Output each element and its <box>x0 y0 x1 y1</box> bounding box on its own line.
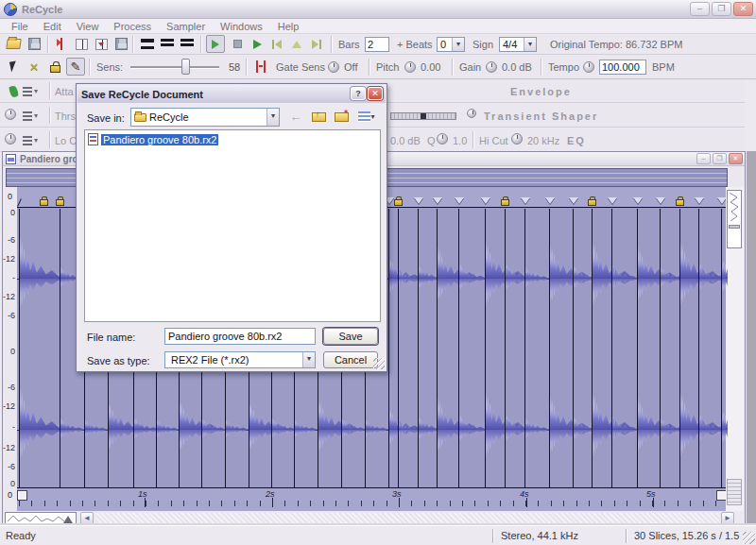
save-in-combo[interactable]: ReCycle ▾ <box>130 108 280 127</box>
tri-marker[interactable] <box>414 197 423 204</box>
slice-left-button[interactable] <box>72 35 91 53</box>
gate-button[interactable] <box>251 58 270 76</box>
pitch-knob[interactable] <box>404 61 416 73</box>
file-list-item[interactable]: Pandiero groove 80b.rx2 <box>88 133 218 145</box>
slice-line[interactable] <box>698 209 699 487</box>
sens-slider-track[interactable] <box>130 66 219 68</box>
doc-restore-icon[interactable]: ❐ <box>713 153 727 164</box>
slice-line[interactable] <box>637 209 638 487</box>
q-knob[interactable] <box>437 133 448 145</box>
doc-minimize-icon[interactable]: – <box>696 153 711 164</box>
slice-line[interactable] <box>573 209 574 487</box>
slice-line[interactable] <box>388 209 389 487</box>
lock-marker[interactable] <box>501 199 509 206</box>
envelope-preset-button[interactable]: ▾ <box>23 84 45 98</box>
gate-sens-knob[interactable] <box>328 61 339 73</box>
menu-process[interactable]: Process <box>106 21 159 32</box>
slice-line[interactable] <box>660 209 661 487</box>
stop-button[interactable] <box>228 35 247 53</box>
slice-line[interactable] <box>60 209 60 487</box>
restore-icon[interactable]: ❐ <box>712 2 731 16</box>
horizontal-zoom-widget[interactable] <box>5 512 77 525</box>
open-button[interactable] <box>4 35 23 53</box>
arrow-tool-button[interactable] <box>4 58 23 76</box>
eq-enable-knob[interactable] <box>5 133 16 145</box>
cancel-button[interactable]: Cancel <box>323 351 378 368</box>
envelope-enable-button[interactable] <box>4 82 23 100</box>
dialog-title-bar[interactable]: Save ReCycle Document ? ✕ <box>77 85 386 103</box>
play-button[interactable] <box>248 35 266 53</box>
vertical-zoom-handle[interactable] <box>729 225 740 229</box>
up-one-level-button[interactable] <box>309 108 328 126</box>
slice-line[interactable] <box>592 209 593 487</box>
slice-line[interactable] <box>721 209 722 487</box>
help-icon[interactable]: ? <box>351 87 366 100</box>
go-end-button[interactable] <box>307 35 326 53</box>
slice-line[interactable] <box>398 209 399 487</box>
new-folder-button[interactable] <box>332 108 351 126</box>
gain-knob[interactable] <box>486 61 497 73</box>
lock-marker[interactable] <box>394 199 403 206</box>
scroll-left-button[interactable]: ◄ <box>80 512 94 525</box>
save-button-toolbar[interactable] <box>25 35 43 53</box>
tri-marker[interactable] <box>545 197 555 204</box>
slice-line[interactable] <box>458 209 459 487</box>
slice-right-button[interactable] <box>92 35 111 53</box>
bars-input[interactable] <box>365 37 389 52</box>
menu-windows[interactable]: Windows <box>213 21 270 32</box>
mute-tool-button[interactable]: ✕ <box>25 58 43 76</box>
doc-close-icon[interactable]: ✕ <box>729 153 743 164</box>
lock-marker[interactable] <box>56 199 64 206</box>
loop-button[interactable] <box>287 35 306 53</box>
lock-tool-button[interactable] <box>45 58 64 76</box>
save-slice-button[interactable] <box>112 35 130 53</box>
slice-line[interactable] <box>505 209 506 487</box>
scrollbar-track[interactable] <box>95 513 719 524</box>
amount-knob[interactable] <box>467 109 476 118</box>
view-bars3-button[interactable] <box>178 35 197 53</box>
lock-marker[interactable] <box>40 199 48 206</box>
save-button[interactable]: Save <box>323 328 378 345</box>
tri-marker[interactable] <box>521 197 530 204</box>
view-bars2-button[interactable] <box>158 35 177 53</box>
chevron-down-icon[interactable]: ▾ <box>302 352 315 367</box>
beats-combo[interactable]: 0 ▾ <box>437 37 465 52</box>
slice-line[interactable] <box>679 209 680 487</box>
tri-marker[interactable] <box>656 197 665 204</box>
time-ruler[interactable]: 1s2s3s4s5s <box>17 487 728 511</box>
slice-line[interactable] <box>485 209 486 487</box>
file-list[interactable]: Pandiero groove 80b.rx2 <box>84 129 381 322</box>
view-menu-button[interactable]: ▾ <box>354 108 379 126</box>
dialog-resize-grip[interactable] <box>373 358 385 369</box>
save-type-combo[interactable]: REX2 File (*.rx2) ▾ <box>164 351 316 368</box>
sign-combo[interactable]: 4/4 ▾ <box>499 37 537 52</box>
chevron-down-icon[interactable]: ▾ <box>524 38 536 51</box>
horizontal-zoom-handle[interactable] <box>63 516 73 523</box>
lock-marker[interactable] <box>676 199 684 206</box>
preview-toggle-button[interactable] <box>206 35 225 53</box>
back-button[interactable]: ← <box>286 108 305 126</box>
dialog-close-icon[interactable]: ✕ <box>368 87 383 100</box>
pencil-tool-button[interactable]: ✎ <box>66 58 85 76</box>
view-bars1-button[interactable] <box>138 35 157 53</box>
marker-tool-button[interactable] <box>52 35 71 53</box>
menu-sampler[interactable]: Sampler <box>159 21 213 32</box>
slice-line[interactable] <box>524 209 525 487</box>
menu-edit[interactable]: Edit <box>36 21 69 32</box>
transient-enable-knob[interactable] <box>5 109 16 120</box>
eq-preset-button[interactable]: ▾ <box>23 133 45 147</box>
tri-marker[interactable] <box>455 197 464 204</box>
grid-view-button[interactable] <box>727 479 742 505</box>
slice-line[interactable] <box>549 209 550 487</box>
tempo-knob[interactable] <box>583 61 594 73</box>
go-start-button[interactable] <box>267 35 286 53</box>
menu-help[interactable]: Help <box>270 21 307 32</box>
lock-marker[interactable] <box>588 199 596 206</box>
hicut-knob[interactable] <box>511 133 523 145</box>
tri-marker[interactable] <box>481 197 490 204</box>
loop-start-marker[interactable] <box>17 490 27 501</box>
tri-marker[interactable] <box>433 197 442 204</box>
chevron-down-icon[interactable]: ▾ <box>452 38 464 51</box>
transient-preset-button[interactable]: ▾ <box>23 109 45 123</box>
file-name-input[interactable] <box>164 328 316 345</box>
